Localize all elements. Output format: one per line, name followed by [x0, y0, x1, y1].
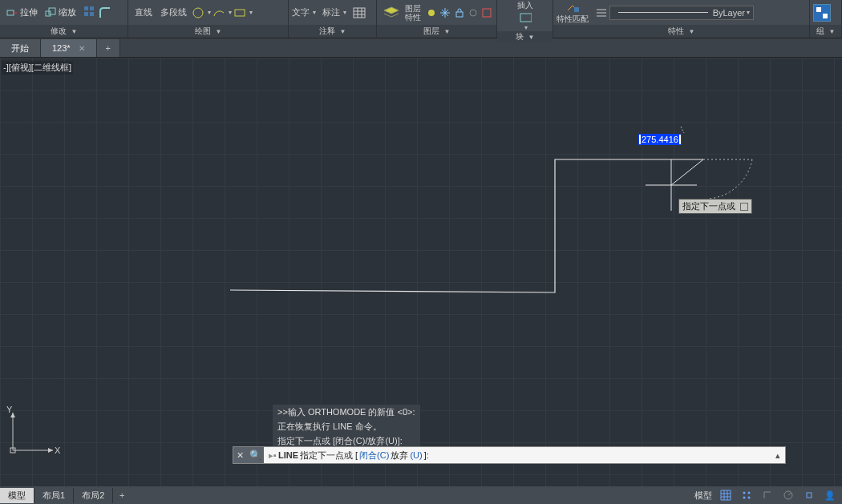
- svg-point-7: [193, 8, 203, 18]
- layer-freeze-icon[interactable]: [439, 6, 451, 19]
- insert-label[interactable]: 插入: [517, 0, 533, 11]
- grid-toggle-icon[interactable]: [719, 488, 733, 502]
- arc-icon[interactable]: [213, 6, 225, 19]
- table-icon[interactable]: [353, 6, 366, 19]
- array-icon[interactable]: [83, 6, 96, 19]
- svg-rect-11: [456, 12, 463, 17]
- stretch-button[interactable]: 拉伸: [3, 6, 40, 20]
- svg-text:Y: Y: [6, 405, 13, 414]
- line-label[interactable]: 直线: [132, 6, 156, 18]
- command-line-expand[interactable]: ▴: [771, 450, 785, 461]
- chevron-down-icon[interactable]: ▼: [216, 28, 222, 35]
- svg-rect-3: [84, 6, 88, 10]
- close-icon[interactable]: ✕: [79, 44, 85, 53]
- chevron-down-icon[interactable]: ▾: [249, 9, 253, 16]
- drawing-area[interactable]: -][俯视][二维线框] 275.4416 指定下一点或 X Y >>输入 OR…: [0, 58, 842, 486]
- svg-rect-1: [46, 11, 51, 16]
- chevron-down-icon[interactable]: ▼: [71, 28, 78, 35]
- layer-lock-icon[interactable]: [453, 6, 465, 19]
- search-icon[interactable]: 🔍: [249, 450, 261, 461]
- osnap-toggle-icon[interactable]: [802, 488, 816, 502]
- insert-icon[interactable]: [519, 11, 532, 24]
- line-preview: [618, 12, 708, 13]
- layer-on-icon[interactable]: [425, 6, 437, 19]
- command-history: >>输入 ORTHOMODE 的新值 <0>: 正在恢复执行 LINE 命令。 …: [273, 405, 420, 448]
- chevron-down-icon[interactable]: ▾: [343, 9, 346, 16]
- person-icon[interactable]: 👤: [823, 488, 837, 502]
- ribbon-group-modify: 拉伸 缩放 修改▼: [0, 0, 128, 38]
- svg-rect-6: [90, 12, 94, 16]
- status-bar: 模型 👤: [694, 488, 842, 502]
- ribbon-group-layer: 图层特性 图层▼: [377, 0, 497, 38]
- svg-rect-9: [354, 8, 365, 18]
- close-icon[interactable]: ✕: [237, 450, 244, 461]
- tab-file[interactable]: 123*✕: [41, 39, 97, 57]
- layout-add[interactable]: +: [113, 490, 131, 500]
- svg-point-23: [743, 497, 746, 499]
- stretch-icon: [6, 6, 18, 19]
- svg-rect-4: [90, 6, 94, 10]
- scale-button[interactable]: 缩放: [42, 6, 79, 20]
- svg-point-21: [743, 492, 746, 494]
- command-line[interactable]: ✕ 🔍 ▸▪ LINE 指定下一点或 [闭合(C) 放弃(U)]: ▴: [233, 446, 786, 464]
- lineweight-icon[interactable]: [595, 6, 608, 19]
- layout-tab-model[interactable]: 模型: [0, 488, 34, 503]
- dim-label[interactable]: 标注: [322, 6, 340, 18]
- chevron-down-icon[interactable]: ▼: [829, 28, 836, 35]
- command-tooltip: 指定下一点或: [678, 199, 752, 214]
- chevron-down-icon[interactable]: ▼: [689, 28, 695, 35]
- ribbon-group-group: 组▼: [810, 0, 842, 38]
- ribbon-group-prop: 特性匹配 ByLayer ▾ 特性▼: [553, 0, 810, 38]
- polar-toggle-icon[interactable]: [781, 488, 795, 502]
- ribbon-title-layer: 图层▼: [377, 25, 496, 38]
- scale-label: 缩放: [59, 6, 76, 18]
- rect-icon[interactable]: [233, 6, 246, 19]
- match-prop-button[interactable]: 特性匹配: [557, 2, 589, 23]
- status-model-label[interactable]: 模型: [694, 490, 712, 502]
- chevron-down-icon[interactable]: ▼: [528, 34, 535, 41]
- options-icon[interactable]: [740, 203, 748, 211]
- layer-props-label: 图层特性: [405, 4, 423, 22]
- group-icon[interactable]: [813, 4, 831, 22]
- svg-rect-17: [823, 14, 828, 18]
- chevron-down-icon[interactable]: ▼: [444, 28, 451, 35]
- ribbon-title-group: 组▼: [810, 25, 841, 38]
- layer-iso-icon[interactable]: [481, 6, 493, 19]
- tab-start[interactable]: 开始: [0, 39, 41, 57]
- ribbon-title-draw: 绘图▼: [128, 25, 288, 38]
- dynamic-input[interactable]: 275.4416: [638, 134, 682, 145]
- fillet-icon[interactable]: [98, 6, 111, 19]
- ribbon-title-modify: 修改▼: [0, 25, 128, 38]
- ortho-toggle-icon[interactable]: [760, 488, 775, 502]
- chevron-down-icon[interactable]: ▾: [747, 9, 750, 16]
- chevron-down-icon[interactable]: ▾: [229, 9, 232, 16]
- text-label[interactable]: 文字: [292, 6, 310, 18]
- chevron-down-icon[interactable]: ▾: [208, 9, 211, 16]
- layout-tabbar: 模型 布局1 布局2 + 模型 👤: [0, 486, 842, 504]
- ribbon-title-annot: 注释▼: [289, 25, 376, 38]
- tab-add[interactable]: +: [97, 39, 120, 57]
- chevron-down-icon[interactable]: ▾: [524, 24, 528, 31]
- ucs-icon: X Y: [5, 406, 61, 462]
- layout-tab-2[interactable]: 布局2: [74, 488, 113, 503]
- layout-tab-1[interactable]: 布局1: [34, 488, 74, 503]
- scale-icon: [44, 6, 57, 19]
- command-line-handle[interactable]: ✕ 🔍: [233, 447, 264, 463]
- linetype-combo[interactable]: ByLayer ▾: [609, 6, 754, 20]
- cmd-prefix: LINE: [278, 450, 298, 460]
- svg-rect-13: [483, 9, 491, 17]
- layer-off-icon[interactable]: [467, 6, 479, 19]
- polyline-label[interactable]: 多段线: [157, 6, 190, 18]
- file-tabbar: 开始 123*✕ +: [0, 38, 842, 58]
- ribbon-group-block: 插入 ▾ 块▼: [497, 0, 553, 38]
- layer-props-button[interactable]: [380, 2, 403, 23]
- svg-point-12: [470, 10, 476, 16]
- snap-toggle-icon[interactable]: [739, 488, 754, 502]
- chevron-down-icon[interactable]: ▾: [313, 9, 316, 16]
- svg-rect-15: [574, 7, 579, 12]
- ribbon-group-annot: 文字 ▾ 标注 ▾ 注释▼: [289, 0, 377, 38]
- svg-rect-0: [7, 10, 14, 15]
- command-line-text[interactable]: ▸▪ LINE 指定下一点或 [闭合(C) 放弃(U)]:: [264, 450, 771, 462]
- chevron-down-icon[interactable]: ▼: [340, 28, 346, 35]
- circle-icon[interactable]: [192, 6, 204, 19]
